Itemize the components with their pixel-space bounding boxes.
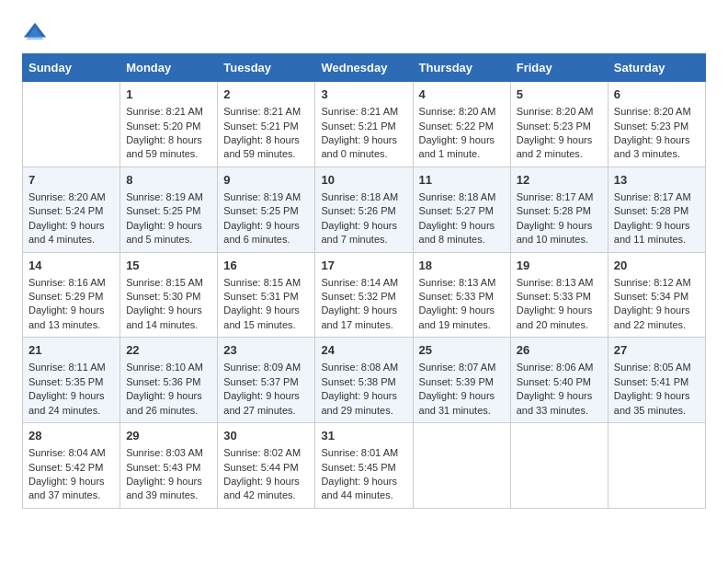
sunrise-text: Sunrise: 8:01 AM (321, 446, 406, 460)
sunrise-text: Sunrise: 8:18 AM (419, 190, 505, 204)
daylight-text: Daylight: 9 hours and 24 minutes. (28, 389, 114, 418)
sunset-text: Sunset: 5:33 PM (419, 290, 505, 304)
sunrise-text: Sunrise: 8:09 AM (223, 361, 309, 374)
weekday-header-friday: Friday (510, 54, 608, 82)
sunrise-text: Sunrise: 8:11 AM (28, 361, 114, 374)
sunset-text: Sunset: 5:30 PM (126, 290, 211, 304)
day-number: 19 (517, 258, 602, 274)
sunrise-text: Sunrise: 8:08 AM (321, 361, 406, 374)
calendar-cell: 15Sunrise: 8:15 AMSunset: 5:30 PMDayligh… (120, 252, 218, 338)
day-number: 31 (321, 428, 406, 444)
sunrise-text: Sunrise: 8:12 AM (614, 276, 700, 290)
sunrise-text: Sunrise: 8:15 AM (223, 276, 309, 290)
calendar-cell: 16Sunrise: 8:15 AMSunset: 5:31 PMDayligh… (218, 252, 315, 338)
day-number: 15 (126, 258, 211, 274)
sunrise-text: Sunrise: 8:04 AM (28, 446, 114, 460)
weekday-header-monday: Monday (120, 54, 218, 82)
sunset-text: Sunset: 5:24 PM (28, 204, 114, 218)
daylight-text: Daylight: 9 hours and 4 minutes. (28, 219, 114, 247)
day-number: 24 (321, 342, 406, 359)
calendar-cell: 21Sunrise: 8:11 AMSunset: 5:35 PMDayligh… (23, 338, 120, 423)
sunrise-text: Sunrise: 8:20 AM (614, 105, 700, 119)
sunset-text: Sunset: 5:29 PM (28, 290, 114, 304)
daylight-text: Daylight: 9 hours and 33 minutes. (517, 389, 602, 418)
week-row-5: 28Sunrise: 8:04 AMSunset: 5:42 PMDayligh… (23, 423, 706, 509)
sunrise-text: Sunrise: 8:19 AM (126, 190, 211, 204)
daylight-text: Daylight: 9 hours and 17 minutes. (321, 304, 406, 332)
sunrise-text: Sunrise: 8:06 AM (517, 361, 602, 374)
logo (22, 18, 51, 44)
calendar-cell: 1Sunrise: 8:21 AMSunset: 5:20 PMDaylight… (120, 82, 218, 167)
sunrise-text: Sunrise: 8:03 AM (126, 446, 211, 460)
day-number: 22 (126, 342, 211, 359)
daylight-text: Daylight: 9 hours and 27 minutes. (223, 389, 309, 418)
sunset-text: Sunset: 5:28 PM (517, 204, 602, 218)
calendar-cell: 8Sunrise: 8:19 AMSunset: 5:25 PMDaylight… (120, 167, 218, 252)
sunset-text: Sunset: 5:33 PM (517, 290, 602, 304)
week-row-2: 7Sunrise: 8:20 AMSunset: 5:24 PMDaylight… (23, 167, 706, 252)
daylight-text: Daylight: 9 hours and 39 minutes. (126, 475, 211, 503)
weekday-header-sunday: Sunday (23, 54, 120, 82)
calendar-cell: 3Sunrise: 8:21 AMSunset: 5:21 PMDaylight… (315, 82, 413, 167)
sunrise-text: Sunrise: 8:07 AM (419, 361, 505, 374)
sunset-text: Sunset: 5:28 PM (614, 204, 700, 218)
daylight-text: Daylight: 9 hours and 14 minutes. (126, 304, 211, 332)
day-number: 18 (419, 258, 505, 274)
calendar-cell: 22Sunrise: 8:10 AMSunset: 5:36 PMDayligh… (120, 338, 218, 423)
day-number: 17 (321, 258, 406, 274)
daylight-text: Daylight: 9 hours and 29 minutes. (321, 389, 406, 418)
day-number: 6 (614, 86, 700, 103)
sunset-text: Sunset: 5:21 PM (321, 120, 406, 133)
daylight-text: Daylight: 9 hours and 5 minutes. (126, 219, 211, 247)
weekday-header-tuesday: Tuesday (218, 54, 315, 82)
daylight-text: Daylight: 9 hours and 0 minutes. (321, 133, 406, 162)
sunrise-text: Sunrise: 8:21 AM (223, 105, 309, 119)
sunrise-text: Sunrise: 8:20 AM (517, 105, 602, 119)
sunset-text: Sunset: 5:21 PM (223, 120, 309, 133)
calendar-cell (413, 423, 510, 509)
daylight-text: Daylight: 9 hours and 31 minutes. (419, 389, 505, 418)
sunrise-text: Sunrise: 8:20 AM (28, 190, 114, 204)
daylight-text: Daylight: 9 hours and 22 minutes. (614, 304, 700, 332)
sunset-text: Sunset: 5:31 PM (223, 290, 309, 304)
sunrise-text: Sunrise: 8:02 AM (223, 446, 309, 460)
calendar-cell (608, 423, 705, 509)
calendar-cell: 2Sunrise: 8:21 AMSunset: 5:21 PMDaylight… (218, 82, 315, 167)
logo-icon (22, 18, 48, 44)
header (22, 18, 706, 44)
daylight-text: Daylight: 9 hours and 35 minutes. (614, 389, 700, 418)
daylight-text: Daylight: 9 hours and 1 minute. (419, 133, 505, 162)
day-number: 5 (517, 86, 602, 103)
sunrise-text: Sunrise: 8:16 AM (28, 276, 114, 290)
day-number: 10 (321, 172, 406, 189)
calendar-cell (23, 82, 120, 167)
daylight-text: Daylight: 9 hours and 7 minutes. (321, 219, 406, 247)
daylight-text: Daylight: 9 hours and 8 minutes. (419, 219, 505, 247)
calendar-cell: 10Sunrise: 8:18 AMSunset: 5:26 PMDayligh… (315, 167, 413, 252)
daylight-text: Daylight: 9 hours and 20 minutes. (517, 304, 602, 332)
day-number: 3 (321, 86, 406, 103)
daylight-text: Daylight: 9 hours and 15 minutes. (223, 304, 309, 332)
daylight-text: Daylight: 8 hours and 59 minutes. (126, 133, 211, 162)
sunrise-text: Sunrise: 8:15 AM (126, 276, 211, 290)
daylight-text: Daylight: 9 hours and 3 minutes. (614, 133, 700, 162)
day-number: 14 (28, 258, 114, 274)
day-number: 30 (223, 428, 309, 444)
sunrise-text: Sunrise: 8:14 AM (321, 276, 406, 290)
sunrise-text: Sunrise: 8:21 AM (126, 105, 211, 119)
day-number: 7 (28, 172, 114, 189)
calendar-cell: 26Sunrise: 8:06 AMSunset: 5:40 PMDayligh… (510, 338, 608, 423)
calendar-cell: 11Sunrise: 8:18 AMSunset: 5:27 PMDayligh… (413, 167, 510, 252)
sunrise-text: Sunrise: 8:21 AM (321, 105, 406, 119)
sunset-text: Sunset: 5:40 PM (517, 375, 602, 389)
day-number: 2 (223, 86, 309, 103)
sunrise-text: Sunrise: 8:05 AM (614, 361, 700, 374)
daylight-text: Daylight: 9 hours and 44 minutes. (321, 475, 406, 503)
calendar-cell: 4Sunrise: 8:20 AMSunset: 5:22 PMDaylight… (413, 82, 510, 167)
day-number: 29 (126, 428, 211, 444)
daylight-text: Daylight: 9 hours and 2 minutes. (517, 133, 602, 162)
calendar-cell: 6Sunrise: 8:20 AMSunset: 5:23 PMDaylight… (608, 82, 705, 167)
weekday-header-wednesday: Wednesday (315, 54, 413, 82)
week-row-1: 1Sunrise: 8:21 AMSunset: 5:20 PMDaylight… (23, 82, 706, 167)
sunset-text: Sunset: 5:45 PM (321, 461, 406, 475)
